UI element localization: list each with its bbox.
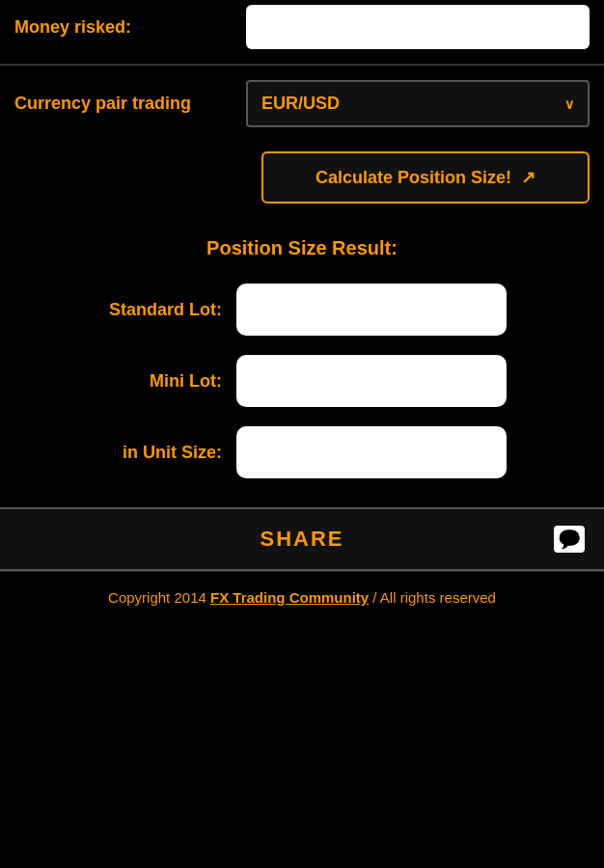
currency-pair-value: EUR/USD — [261, 94, 340, 114]
money-risked-label: Money risked: — [14, 17, 246, 38]
standard-lot-label: Standard Lot: — [14, 300, 236, 320]
external-link-icon: ↗ — [521, 167, 535, 188]
currency-pair-control: EUR/USD ∨ — [246, 80, 590, 127]
money-risked-input[interactable] — [246, 5, 590, 49]
currency-pair-row: Currency pair trading EUR/USD ∨ — [0, 70, 604, 137]
currency-pair-dropdown[interactable]: EUR/USD ∨ — [246, 80, 590, 127]
calculate-button[interactable]: Calculate Position Size! ↗ — [261, 151, 590, 203]
footer-prefix: Copyright 2014 — [108, 589, 210, 606]
mini-lot-label: Mini Lot: — [14, 371, 236, 392]
standard-lot-input[interactable] — [236, 284, 507, 336]
chevron-down-icon: ∨ — [564, 96, 574, 112]
unit-size-input[interactable] — [236, 426, 507, 478]
divider-1 — [0, 64, 604, 66]
standard-lot-row: Standard Lot: — [0, 274, 604, 345]
mini-lot-input[interactable] — [236, 355, 507, 407]
money-risked-control — [246, 5, 590, 49]
footer-link[interactable]: FX Trading Community — [210, 589, 369, 606]
mini-lot-row: Mini Lot: — [0, 345, 604, 417]
results-section: Position Size Result: Standard Lot: Mini… — [0, 218, 604, 488]
share-icon — [554, 526, 585, 553]
unit-size-label: in Unit Size: — [14, 443, 236, 463]
results-title: Position Size Result: — [0, 228, 604, 274]
currency-pair-label: Currency pair trading — [14, 94, 246, 114]
footer-suffix: / All rights reserved — [369, 589, 496, 606]
calculate-row: Calculate Position Size! ↗ — [0, 137, 604, 218]
share-row[interactable]: SHARE — [0, 507, 604, 571]
money-risked-row: Money risked: — [0, 0, 604, 59]
footer: Copyright 2014 FX Trading Community / Al… — [0, 571, 604, 623]
calculate-button-label: Calculate Position Size! — [316, 168, 511, 188]
share-label: SHARE — [260, 527, 343, 552]
unit-size-row: in Unit Size: — [0, 417, 604, 488]
